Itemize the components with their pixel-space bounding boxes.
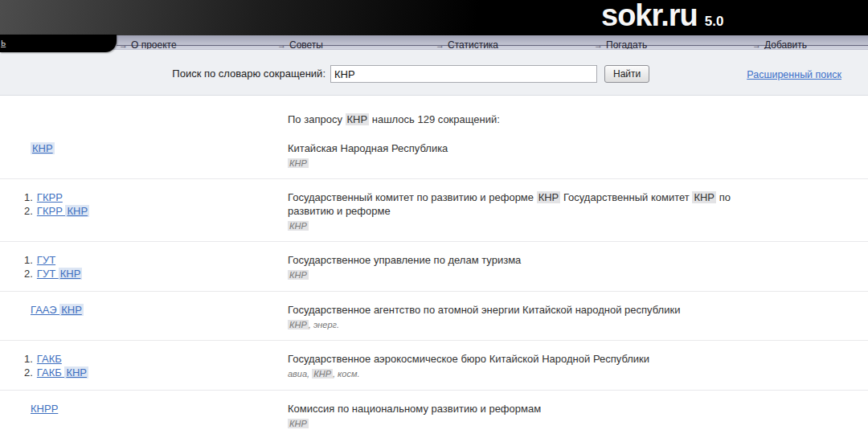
abbreviation-line: 1.ГКРР (24, 190, 280, 204)
abbreviation-column: 1.ГУТ2.ГУТ КНР (0, 253, 288, 280)
result-row: КНРРКомиссия по национальному развитию и… (0, 391, 868, 438)
query-highlight: КНР (288, 221, 309, 231)
abbreviation-line: 1.ГАКБ (24, 352, 280, 366)
definition-text: Государственное агентство по атомной эне… (288, 303, 762, 317)
nav-link[interactable]: О проекте (131, 39, 177, 49)
text-segment: ГКРР (37, 191, 63, 203)
nav-item[interactable]: →О проекте (119, 35, 277, 49)
text-segment: ГАКБ (37, 366, 65, 379)
search-label: Поиск по словарю сокращений: (0, 68, 326, 80)
nav-link[interactable]: Статистика (448, 39, 498, 49)
definition-text: Комиссия по национальному развитию и реф… (288, 402, 762, 415)
query-highlight: КНР (288, 158, 309, 168)
arrow-icon: → (119, 40, 128, 49)
abbreviation-link[interactable]: ГААЭ КНР (31, 304, 84, 316)
result-row: 1.ГУТ2.ГУТ КНРГосударственное управление… (0, 242, 868, 292)
abbreviation-line: КНРР (31, 402, 280, 415)
query-highlight: КНР (59, 268, 83, 280)
list-number: 1. (24, 353, 33, 365)
nav-item[interactable]: →Погадать (594, 35, 752, 49)
query-highlight: КНР (288, 419, 309, 428)
text-segment: Китайская Народная Республика (288, 142, 448, 154)
sokr-page: sokr.ru 5.0 ь →О проекте→Советы→Статисти… (0, 0, 868, 438)
query-highlight: КНР (288, 320, 309, 330)
abbreviation-line: 1.ГУТ (24, 253, 280, 267)
text-segment: авиа, (288, 369, 312, 379)
query-highlight: КНР (537, 191, 561, 203)
tags-text: КНР, энерг. (288, 320, 852, 330)
active-tab-label: ь (1, 37, 6, 48)
abbreviation-line: ГААЭ КНР (31, 303, 280, 317)
query-highlight: КНР (692, 191, 716, 203)
nav-link[interactable]: Погадать (606, 39, 647, 49)
results-rows: КНРКитайская Народная РеспубликаКНР1.ГКР… (0, 130, 868, 438)
results-summary: По запросу КНР нашлось 129 сокращений: (288, 96, 868, 130)
abbreviation-column: 1.ГКРР2.ГКРР КНР (0, 190, 288, 231)
result-row: ГААЭ КНРГосударственное агентство по ато… (0, 292, 868, 341)
logo-version: 5.0 (705, 14, 724, 30)
nav-item[interactable]: →Советы (277, 35, 436, 49)
results-area: По запросу КНР нашлось 129 сокращений: К… (0, 96, 868, 438)
site-logo[interactable]: sokr.ru 5.0 (601, 0, 723, 33)
text-segment: ГКРР (37, 205, 66, 217)
result-row: 1.ГКРР2.ГКРР КНРГосударственный комитет … (0, 179, 868, 242)
tags-text: КНР (288, 221, 852, 231)
nav-items: →О проекте→Советы→Статистика→Погадать→До… (119, 35, 868, 49)
nav-link[interactable]: Советы (289, 39, 323, 49)
definition-text: Государственный комитет по развитию и ре… (288, 190, 762, 218)
text-segment: КНРР (31, 403, 58, 415)
definition-column: Государственное управление по делам тури… (288, 253, 868, 280)
nav-bar: ь →О проекте→Советы→Статистика→Погадать→… (0, 35, 868, 50)
abbreviation-link[interactable]: КНРР (31, 403, 58, 415)
text-segment: ГАКБ (37, 353, 62, 365)
nav-item[interactable]: →Статистика (436, 35, 594, 49)
abbreviation-link[interactable]: ГКРР КНР (37, 205, 89, 217)
text-segment: , энерг. (309, 320, 339, 330)
abbreviation-link[interactable]: ГУТ КНР (37, 268, 83, 280)
text-segment: Государственный комитет (560, 191, 692, 203)
abbreviation-line: 2.ГУТ КНР (24, 267, 280, 280)
search-button[interactable]: Найти (604, 65, 649, 83)
abbreviation-line: 2.ГАКБ КНР (24, 366, 280, 379)
abbreviation-link[interactable]: ГУТ (37, 254, 55, 266)
definition-column: Государственный комитет по развитию и ре… (288, 190, 868, 231)
definition-text: Государственное управление по делам тури… (288, 253, 762, 267)
abbreviation-link[interactable]: ГАКБ КНР (37, 366, 88, 379)
abbreviation-line: 2.ГКРР КНР (24, 204, 280, 218)
result-row: 1.ГАКБ2.ГАКБ КНРГосударственное аэрокосм… (0, 341, 868, 391)
abbreviation-column: 1.ГАКБ2.ГАКБ КНР (0, 352, 288, 379)
nav-link[interactable]: Добавить (764, 39, 807, 49)
abbreviation-link[interactable]: ГКРР (37, 191, 63, 203)
query-highlight: КНР (288, 270, 309, 280)
list-number: 2. (24, 366, 33, 379)
abbreviation-column: КНРР (0, 402, 288, 428)
query-highlight: КНР (312, 369, 333, 379)
abbreviation-column: КНР (0, 141, 288, 168)
query-highlight: КНР (31, 142, 55, 154)
tab-dictionary-active[interactable]: ь (0, 35, 117, 52)
text-segment: По запросу (288, 113, 346, 125)
abbreviation-link[interactable]: КНР (31, 142, 55, 154)
search-bar: Поиск по словарю сокращений: Найти Расши… (0, 50, 868, 96)
definition-column: Государственное агентство по атомной эне… (288, 303, 868, 330)
text-segment: ГУТ (37, 268, 59, 280)
query-highlight: КНР (64, 366, 88, 379)
text-segment: ГУТ (37, 254, 55, 266)
site-header: sokr.ru 5.0 (0, 0, 868, 35)
advanced-search-link[interactable]: Расширенный поиск (747, 69, 841, 80)
text-segment: Государственный комитет по развитию и ре… (288, 191, 537, 203)
list-number: 2. (24, 268, 33, 280)
text-segment: нашлось 129 сокращений: (369, 113, 500, 125)
arrow-icon: → (436, 40, 444, 49)
abbreviation-column: ГААЭ КНР (0, 303, 288, 330)
nav-item[interactable]: →Добавить (752, 35, 868, 49)
text-segment: , косм. (333, 369, 360, 379)
definition-column: Комиссия по национальному развитию и реф… (288, 402, 868, 428)
search-input[interactable] (330, 65, 597, 83)
tags-text: авиа, КНР, косм. (288, 369, 852, 379)
arrow-icon: → (594, 40, 603, 49)
text-segment: Государственное аэрокосмическое бюро Кит… (288, 353, 649, 365)
query-highlight: КНР (346, 113, 370, 125)
list-number: 1. (24, 191, 33, 203)
abbreviation-link[interactable]: ГАКБ (37, 353, 62, 365)
